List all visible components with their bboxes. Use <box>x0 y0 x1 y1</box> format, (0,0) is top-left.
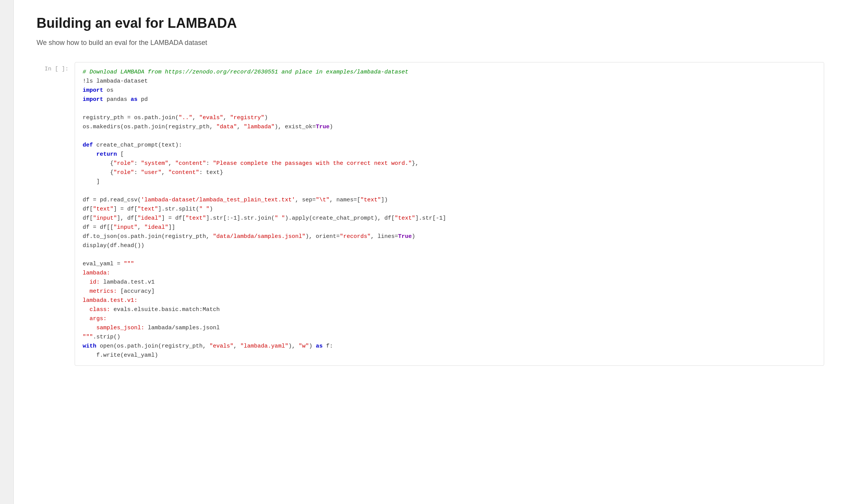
code-yaml-end: """.strip() <box>83 333 816 342</box>
code-yaml-class: class: evals.elsuite.basic.match:Match <box>83 305 816 314</box>
code-makedirs: os.makedirs(os.path.join(registry_pth, "… <box>83 123 816 132</box>
code-blank-1 <box>83 104 816 113</box>
main-content: Building an eval for LAMBADA We show how… <box>14 0 847 504</box>
cell-label: In [ ]: <box>37 62 75 366</box>
code-blank-4 <box>83 250 816 260</box>
code-return: return [ <box>83 150 816 159</box>
code-import-pandas: import pandas as pd <box>83 95 816 104</box>
code-cell: In [ ]: # Download LAMBADA from https://… <box>37 62 824 366</box>
code-to-json: df.to_json(os.path.join(registry_pth, "d… <box>83 232 816 241</box>
code-def: def create_chat_prompt(text): <box>83 141 816 150</box>
code-yaml-lambada-test: lambada.test.v1: <box>83 296 816 305</box>
code-yaml-samples: samples_jsonl: lambada/samples.jsonl <box>83 324 816 333</box>
code-display: display(df.head()) <box>83 241 816 250</box>
notebook-description: We show how to build an eval for the LAM… <box>37 39 824 47</box>
code-df-select: df = df[["input", "ideal"]] <box>83 223 816 232</box>
code-with: with open(os.path.join(registry_pth, "ev… <box>83 342 816 351</box>
code-blank-3 <box>83 187 816 196</box>
code-blank-2 <box>83 132 816 141</box>
code-import-os: import os <box>83 86 816 95</box>
code-yaml-lambada: lambada: <box>83 269 816 278</box>
code-read-csv: df = pd.read_csv('lambada-dataset/lambad… <box>83 196 816 205</box>
code-yaml-metrics: metrics: [accuracy] <box>83 287 816 296</box>
code-df-input-ideal: df["input"], df["ideal"] = df["text"].st… <box>83 214 816 223</box>
code-dict-user: {"role": "user", "content": text} <box>83 168 816 177</box>
code-write: f.write(eval_yaml) <box>83 351 816 360</box>
code-registry-pth: registry_pth = os.path.join("..", "evals… <box>83 113 816 123</box>
code-yaml-id: id: lambada.test.v1 <box>83 278 816 287</box>
code-eval-yaml-assign: eval_yaml = """ <box>83 260 816 269</box>
code-yaml-args: args: <box>83 314 816 324</box>
code-dict-system: {"role": "system", "content": "Please co… <box>83 159 816 168</box>
cell-code-content[interactable]: # Download LAMBADA from https://zenodo.o… <box>75 62 824 366</box>
notebook-container: Building an eval for LAMBADA We show how… <box>0 0 847 504</box>
notebook-title: Building an eval for LAMBADA <box>37 15 824 31</box>
code-shell: !ls lambada-dataset <box>83 77 816 86</box>
sidebar <box>0 0 14 504</box>
code-bracket-close: ] <box>83 177 816 187</box>
code-df-text: df["text"] = df["text"].str.split(" ") <box>83 205 816 214</box>
code-comment: # Download LAMBADA from https://zenodo.o… <box>83 68 816 77</box>
